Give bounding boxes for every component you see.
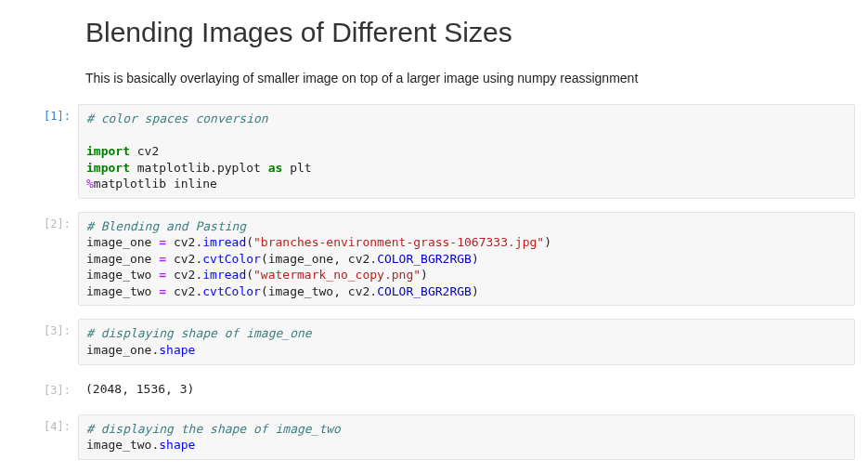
ident: matplotlib bbox=[137, 161, 210, 175]
notebook: Blending Images of Different Sizes This … bbox=[0, 0, 868, 473]
attr: shape bbox=[159, 438, 195, 452]
const: COLOR_BGR2RGB bbox=[377, 284, 472, 298]
ident: image_one bbox=[86, 252, 151, 266]
ident: image_one bbox=[86, 235, 151, 249]
ident: image_one. bbox=[86, 343, 159, 357]
input-prompt: [3]: bbox=[20, 319, 78, 337]
const: COLOR_BGR2RGB bbox=[377, 252, 472, 266]
magic-cmd: matplotlib inline bbox=[94, 177, 217, 191]
paren: ( bbox=[246, 268, 253, 282]
output-cell: [3]: (2048, 1536, 3) bbox=[0, 378, 868, 401]
code-input[interactable]: # displaying the shape of image_two imag… bbox=[78, 414, 855, 460]
ident: image_two bbox=[86, 284, 151, 298]
code-input[interactable]: # Blending and Pasting image_one = cv2.i… bbox=[78, 212, 855, 307]
ident: image_two bbox=[86, 268, 151, 282]
attr: shape bbox=[159, 343, 195, 357]
ident: image_one bbox=[268, 252, 333, 266]
op: = bbox=[151, 235, 173, 249]
op: = bbox=[151, 252, 173, 266]
func: cvtColor bbox=[202, 252, 261, 266]
func: imread bbox=[202, 235, 246, 249]
paren: ) bbox=[544, 235, 551, 249]
keyword-as: as bbox=[268, 161, 283, 175]
paren: ) bbox=[472, 284, 479, 298]
paren: ( bbox=[246, 235, 253, 249]
ident: cv2. bbox=[174, 252, 202, 266]
paren: ( bbox=[261, 252, 268, 266]
ident: , cv2. bbox=[333, 284, 377, 298]
markdown-cell: Blending Images of Different Sizes This … bbox=[85, 17, 849, 85]
code-cell[interactable]: [4]: # displaying the shape of image_two… bbox=[0, 414, 868, 460]
paren: ( bbox=[261, 284, 268, 298]
paren: ) bbox=[472, 252, 479, 266]
func: imread bbox=[202, 268, 246, 282]
ident: image_two bbox=[268, 284, 333, 298]
func: cvtColor bbox=[202, 284, 261, 298]
code-comment: # Blending and Pasting bbox=[86, 219, 246, 233]
ident: , cv2. bbox=[333, 252, 377, 266]
code-cell[interactable]: [3]: # displaying shape of image_one ima… bbox=[0, 319, 868, 364]
string: "branches-environment-grass-1067333.jpg" bbox=[253, 235, 544, 249]
code-comment: # displaying the shape of image_two bbox=[86, 422, 341, 436]
ident: cv2 bbox=[137, 144, 159, 158]
output-text: (2048, 1536, 3) bbox=[78, 378, 855, 401]
ident: image_two. bbox=[86, 438, 159, 452]
code-cell[interactable]: [2]: # Blending and Pasting image_one = … bbox=[0, 212, 868, 307]
code-comment: # displaying shape of image_one bbox=[86, 326, 312, 340]
input-prompt: [1]: bbox=[20, 104, 78, 123]
input-prompt: [2]: bbox=[20, 212, 78, 230]
keyword-import: import bbox=[86, 144, 130, 158]
string: "watermark_no_copy.png" bbox=[253, 268, 421, 282]
code-input[interactable]: # color spaces conversion import cv2 imp… bbox=[78, 104, 855, 199]
code-comment: # color spaces conversion bbox=[86, 112, 268, 125]
code-cell[interactable]: [1]: # color spaces conversion import cv… bbox=[0, 104, 868, 199]
magic-percent: % bbox=[86, 177, 94, 191]
ident: plt bbox=[290, 161, 311, 175]
ident: cv2. bbox=[174, 235, 202, 249]
op: = bbox=[151, 268, 173, 282]
input-prompt: [4]: bbox=[20, 414, 78, 433]
page-description: This is basically overlaying of smaller … bbox=[85, 71, 849, 85]
code-input[interactable]: # displaying shape of image_one image_on… bbox=[78, 319, 855, 364]
op: = bbox=[151, 284, 173, 298]
ident: .pyplot bbox=[210, 161, 268, 175]
output-prompt: [3]: bbox=[20, 378, 78, 397]
ident: cv2. bbox=[174, 284, 202, 298]
page-title: Blending Images of Different Sizes bbox=[85, 17, 849, 48]
ident: cv2. bbox=[174, 268, 202, 282]
paren: ) bbox=[421, 268, 428, 282]
keyword-import: import bbox=[86, 161, 130, 175]
